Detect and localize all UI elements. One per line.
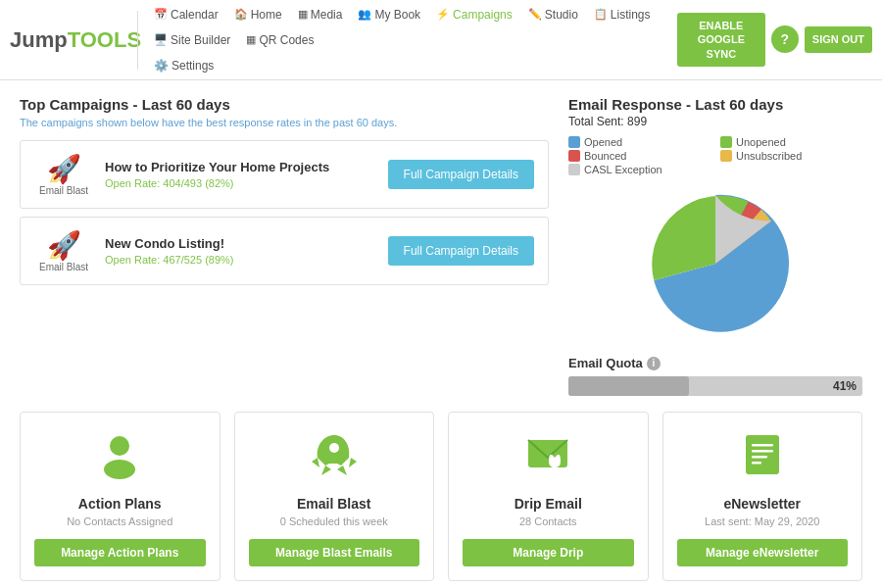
nav-item-home[interactable]: 🏠 Home [228, 4, 288, 25]
quota-label: Email Quota [568, 356, 643, 370]
enewsletter-title: eNewsletter [723, 496, 801, 512]
logo: JumpTOOLS [10, 27, 127, 53]
campaign-title-2: New Condo Listing! [105, 236, 376, 251]
legend-dot-opened [568, 136, 580, 148]
media-icon: ▦ [298, 8, 308, 21]
quota-percent-label: 41% [833, 379, 857, 393]
newsletter-icon [738, 430, 787, 479]
pie-chart [637, 185, 794, 342]
left-panel: Top Campaigns - Last 60 days The campaig… [20, 96, 549, 396]
action-card-drip-email: Drip Email 28 Contacts Manage Drip [448, 412, 649, 581]
legend-dot-unsubscribed [720, 150, 732, 162]
legend-dot-bounced [568, 150, 580, 162]
legend-dot-casl [568, 164, 580, 175]
legend-label-bounced: Bounced [584, 150, 626, 162]
manage-drip-button[interactable]: Manage Drip [463, 539, 634, 566]
header-actions: ENABLE GOOGLE SYNC ? SIGN OUT [677, 13, 872, 67]
top-campaigns-subtitle: The campaigns shown below have the best … [20, 117, 549, 128]
mybook-icon: 👥 [358, 8, 371, 21]
legend-unsubscribed: Unsubscribed [720, 150, 862, 162]
campaign-rate-1: Open Rate: 404/493 (82%) [105, 177, 376, 189]
logo-tools: TOOLS [68, 27, 141, 52]
manage-action-plans-button[interactable]: Manage Action Plans [34, 539, 206, 566]
legend-casl: CASL Exception [568, 164, 710, 175]
svg-rect-8 [752, 462, 761, 465]
legend-dot-unopened [720, 136, 732, 148]
action-card-action-plans: Action Plans No Contacts Assigned Manage… [20, 412, 220, 581]
nav-item-calendar[interactable]: 📅 Calendar [148, 4, 224, 25]
manage-blast-emails-button[interactable]: Manage Blast Emails [249, 539, 420, 566]
manage-enewsletter-button[interactable]: Manage eNewsletter [677, 539, 849, 566]
nav-item-campaigns[interactable]: ⚡ Campaigns [430, 4, 518, 25]
enewsletter-subtitle: Last sent: May 29, 2020 [705, 515, 819, 527]
qrcodes-icon: ▦ [246, 33, 256, 46]
svg-point-0 [110, 436, 129, 456]
legend-opened: Opened [568, 136, 710, 148]
nav-item-listings[interactable]: 📋 Listings [588, 4, 657, 25]
signout-button[interactable]: SIGN OUT [805, 26, 872, 52]
total-sent: Total Sent: 899 [568, 115, 862, 128]
svg-rect-4 [746, 435, 779, 474]
campaign-details-button-2[interactable]: Full Campaign Details [388, 236, 534, 266]
sitebuilder-icon: 🖥️ [154, 33, 168, 46]
drip-icon [523, 430, 572, 479]
action-plans-icon [95, 430, 144, 488]
nav-item-qrcodes[interactable]: ▦ QR Codes [240, 29, 319, 51]
svg-point-2 [329, 443, 339, 453]
email-blast-title: Email Blast [297, 496, 370, 512]
legend-label-unsubscribed: Unsubscribed [736, 150, 802, 162]
nav-bottom: ⚙️ Settings [148, 55, 677, 76]
campaign-card-2: 🚀 Email Blast New Condo Listing! Open Ra… [20, 217, 549, 285]
help-button[interactable]: ? [771, 25, 799, 53]
email-response-title: Email Response - Last 60 days [568, 96, 862, 113]
campaign-icon-2: 🚀 Email Blast [34, 229, 93, 272]
action-plans-title: Action Plans [78, 496, 162, 512]
logo-jump: JumpTOOLS [10, 27, 141, 52]
action-card-enewsletter: eNewsletter Last sent: May 29, 2020 Mana… [662, 412, 863, 581]
email-blast-subtitle: 0 Scheduled this week [280, 515, 388, 527]
right-panel: Email Response - Last 60 days Total Sent… [568, 96, 862, 396]
quota-info-icon[interactable]: i [647, 357, 661, 370]
legend-label-unopened: Unopened [736, 136, 786, 148]
main-content: Top Campaigns - Last 60 days The campaig… [0, 80, 882, 412]
person-icon [95, 430, 144, 479]
nav-settings[interactable]: ⚙️ Settings [148, 55, 220, 76]
legend: Opened Unopened Bounced Unsubscribed CAS… [568, 136, 862, 175]
action-plans-subtitle: No Contacts Assigned [67, 515, 172, 527]
campaign-type-2: Email Blast [39, 262, 88, 272]
legend-bounced: Bounced [568, 150, 710, 162]
google-sync-button[interactable]: ENABLE GOOGLE SYNC [677, 13, 765, 67]
nav-top: 📅 Calendar 🏠 Home ▦ Media 👥 My Book ⚡ Ca… [148, 4, 677, 51]
drip-email-subtitle: 28 Contacts [519, 515, 577, 527]
rocket-icon [310, 430, 359, 479]
svg-rect-6 [752, 450, 773, 453]
nav-item-studio[interactable]: ✏️ Studio [522, 4, 584, 25]
enewsletter-icon [738, 430, 787, 488]
rocket-icon-2: 🚀 [47, 229, 81, 262]
campaign-details-button-1[interactable]: Full Campaign Details [388, 160, 534, 189]
calendar-icon: 📅 [154, 8, 168, 21]
campaign-type-1: Email Blast [39, 185, 88, 196]
quota-section: Email Quota i 41% [568, 356, 862, 396]
legend-unopened: Unopened [720, 136, 862, 148]
svg-rect-7 [752, 456, 767, 459]
campaign-title-1: How to Prioritize Your Home Projects [105, 160, 376, 174]
pie-chart-container [568, 185, 862, 342]
campaign-icon-1: 🚀 Email Blast [34, 153, 93, 196]
legend-label-opened: Opened [584, 136, 622, 148]
campaigns-icon: ⚡ [436, 8, 450, 21]
listings-icon: 📋 [594, 8, 608, 21]
legend-label-casl: CASL Exception [584, 164, 662, 175]
home-icon: 🏠 [234, 8, 248, 21]
campaign-rate-2: Open Rate: 467/525 (89%) [105, 254, 376, 266]
nav-item-media[interactable]: ▦ Media [292, 4, 349, 25]
header: JumpTOOLS 📅 Calendar 🏠 Home ▦ Media 👥 My… [0, 0, 882, 80]
nav-divider [137, 11, 138, 70]
svg-rect-5 [752, 444, 773, 447]
campaign-card-1: 🚀 Email Blast How to Prioritize Your Hom… [20, 140, 549, 209]
nav-item-sitebuilder[interactable]: 🖥️ Site Builder [148, 29, 236, 51]
quota-bar-fill [568, 376, 689, 396]
nav-item-mybook[interactable]: 👥 My Book [352, 4, 426, 25]
bottom-section: Action Plans No Contacts Assigned Manage… [0, 412, 882, 588]
quota-bar-background: 41% [568, 376, 862, 396]
